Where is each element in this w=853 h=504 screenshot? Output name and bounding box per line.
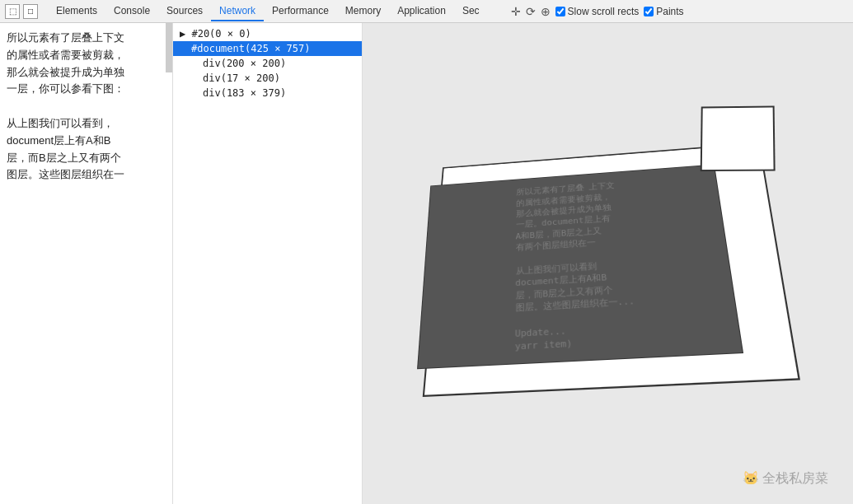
- dom-item-div3[interactable]: div(183 × 379): [173, 86, 362, 100]
- layer-b-text: 所以元素有了层叠 上下文 的属性或者需要被剪裁， 那么就会被提升成为单独 一层。…: [506, 172, 648, 363]
- tab-network[interactable]: Network: [211, 2, 264, 21]
- dom-item-document[interactable]: #document(425 × 757): [173, 41, 362, 56]
- toolbar-right-controls: ✛ ⟳ ⊕ Slow scroll rects Paints: [511, 5, 684, 18]
- article-text: 所以元素有了层叠上下文的属性或者需要被剪裁，那么就会被提升成为单独一层，你可以参…: [7, 30, 166, 184]
- dom-item-div1[interactable]: div(200 × 200): [173, 56, 362, 71]
- watermark: 🐱 全栈私房菜: [743, 470, 828, 488]
- article-text-panel: 所以元素有了层叠上下文的属性或者需要被剪裁，那么就会被提升成为单独一层，你可以参…: [0, 23, 173, 504]
- dom-item-label: #document(425 × 757): [191, 43, 311, 54]
- tab-sources[interactable]: Sources: [158, 2, 211, 21]
- tab-application[interactable]: Application: [389, 2, 454, 21]
- dom-item-label: ▶ #20(0 × 0): [180, 28, 251, 40]
- devtools-tabs: Elements Console Sources Network Perform…: [48, 2, 488, 21]
- slow-scroll-input[interactable]: [555, 7, 565, 16]
- paints-input[interactable]: [644, 7, 654, 16]
- layer-b: 所以元素有了层叠 上下文 的属性或者需要被剪裁， 那么就会被提升成为单独 一层。…: [417, 164, 743, 369]
- toolbar-icon-group: ⬚ □: [5, 4, 38, 19]
- dom-item-root[interactable]: ▶ #20(0 × 0): [173, 26, 362, 41]
- dom-tree-panel: ▶ #20(0 × 0) #document(425 × 757) div(20…: [173, 23, 363, 504]
- paints-checkbox[interactable]: Paints: [644, 6, 683, 17]
- inspect-icon[interactable]: ⬚: [5, 4, 20, 19]
- dom-item-label: div(17 × 200): [203, 72, 280, 84]
- paints-label: Paints: [656, 6, 683, 17]
- layer-preview-panel: 所以元素有了层叠 上下文 的属性或者需要被剪裁， 那么就会被提升成为单独 一层。…: [363, 23, 853, 504]
- pan-icon: ⊕: [541, 5, 551, 18]
- move-icon: ✛: [511, 5, 521, 18]
- layers-container: 所以元素有了层叠 上下文 的属性或者需要被剪裁， 那么就会被提升成为单独 一层。…: [412, 89, 824, 402]
- devtools-toolbar: ⬚ □ Elements Console Sources Network Per…: [0, 0, 853, 23]
- device-icon[interactable]: □: [23, 4, 38, 19]
- dom-item-label: div(200 × 200): [203, 58, 286, 69]
- main-content: 所以元素有了层叠上下文的属性或者需要被剪裁，那么就会被提升成为单独一层，你可以参…: [0, 23, 853, 504]
- scrollbar-thumb[interactable]: [166, 23, 172, 72]
- layer-c: [701, 106, 776, 172]
- tab-performance[interactable]: Performance: [264, 2, 337, 21]
- tab-elements[interactable]: Elements: [48, 2, 105, 21]
- slow-scroll-label: Slow scroll rects: [568, 6, 640, 17]
- refresh-icon: ⟳: [526, 5, 536, 18]
- dom-item-label: div(183 × 379): [203, 87, 286, 99]
- dom-item-div2[interactable]: div(17 × 200): [173, 71, 362, 86]
- tab-console[interactable]: Console: [105, 2, 158, 21]
- tab-sec[interactable]: Sec: [454, 2, 488, 21]
- tab-memory[interactable]: Memory: [337, 2, 389, 21]
- slow-scroll-checkbox[interactable]: Slow scroll rects: [555, 6, 640, 17]
